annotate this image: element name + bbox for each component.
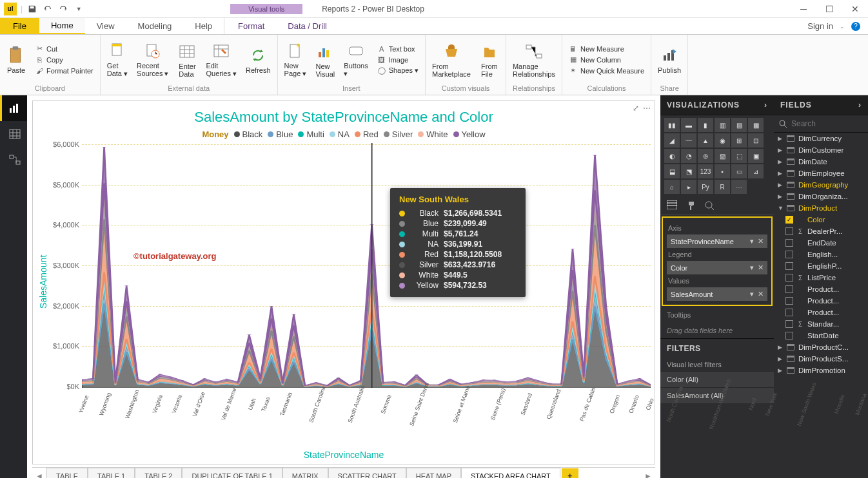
new-quick-measure-button[interactable]: ✶New Quick Measure (566, 66, 647, 76)
viz-type-icon[interactable]: ▥ (715, 118, 730, 132)
enter-data-button[interactable]: Enter Data (175, 41, 199, 79)
cut-button[interactable]: ✂Cut (32, 44, 96, 54)
table-row[interactable]: ▶DimCustomer (774, 144, 868, 156)
viz-type-icon[interactable]: ⊞ (731, 133, 747, 148)
remove-icon[interactable]: ✕ (758, 263, 764, 272)
from-file-button[interactable]: From File (477, 41, 502, 79)
save-icon[interactable] (26, 3, 38, 15)
analytics-tab-icon[interactable] (704, 200, 715, 211)
search-input[interactable] (791, 119, 868, 128)
legend-well-pill[interactable]: Color▾✕ (667, 261, 767, 274)
redo-icon[interactable] (57, 3, 69, 15)
chevron-down-icon[interactable]: ▼ (73, 3, 84, 15)
data-view-icon[interactable] (0, 121, 27, 147)
field-row[interactable]: EnglishP... (774, 260, 868, 272)
table-row[interactable]: ▶DimDate (774, 156, 868, 167)
chevron-down-icon[interactable]: ▾ (750, 237, 754, 245)
viz-type-icon[interactable]: ▦ (748, 118, 764, 132)
collapse-icon[interactable]: › (764, 100, 767, 110)
scroll-right-icon[interactable]: ► (641, 472, 655, 479)
legend-item[interactable]: Black (234, 129, 263, 139)
viz-type-icon[interactable]: ⬓ (664, 164, 680, 178)
buttons-button[interactable]: Buttons ▾ (341, 40, 370, 79)
new-column-button[interactable]: ▦New Column (566, 55, 647, 65)
recent-sources-button[interactable]: Recent Sources ▾ (134, 40, 171, 79)
collapse-icon[interactable]: › (858, 100, 862, 110)
sheet-tab[interactable]: TABLE 2 (135, 468, 182, 478)
datadrill-tab[interactable]: Data / Drill (276, 18, 339, 34)
viz-type-icon[interactable]: ▲ (698, 133, 713, 148)
field-row[interactable]: StartDate (774, 330, 868, 341)
table-row[interactable]: ▶DimEmployee (774, 167, 868, 179)
scroll-left-icon[interactable]: ◄ (32, 472, 46, 479)
sheet-tab[interactable]: HEAT MAP (406, 468, 461, 478)
viz-type-icon[interactable]: ◔ (681, 149, 696, 163)
sheet-tab[interactable]: STACKED AREA CHART (461, 468, 560, 478)
new-visual-button[interactable]: New Visual (313, 41, 337, 79)
legend-item[interactable]: Yellow (453, 129, 486, 139)
table-row[interactable]: ▼DimProduct (774, 202, 868, 214)
viz-type-icon[interactable]: ▭ (731, 164, 747, 178)
remove-icon[interactable]: ✕ (758, 237, 764, 245)
legend-item[interactable]: Silver (384, 129, 413, 139)
report-view-icon[interactable] (0, 95, 27, 121)
legend-item[interactable]: White (418, 129, 448, 139)
values-well-pill[interactable]: SalesAmount▾✕ (667, 287, 767, 301)
field-row[interactable]: EndDate (774, 237, 868, 249)
undo-icon[interactable] (42, 3, 54, 15)
viz-type-icon[interactable]: ▪ (715, 164, 730, 178)
viz-type-icon[interactable]: ⊚ (698, 149, 713, 163)
field-row[interactable]: Product... (774, 283, 868, 295)
close-icon[interactable]: ✕ (842, 4, 868, 14)
viz-type-icon[interactable]: ▤ (731, 118, 747, 132)
table-row[interactable]: ▶DimOrganiza... (774, 191, 868, 202)
field-row[interactable]: Product... (774, 307, 868, 318)
legend-item[interactable]: Multi (298, 129, 324, 139)
manage-relationships-button[interactable]: Manage Relationships (510, 41, 558, 79)
table-row[interactable]: ▶DimPromotion (774, 365, 868, 376)
viz-type-icon[interactable]: ◐ (664, 149, 680, 163)
minimize-icon[interactable]: ─ (791, 4, 816, 14)
fields-tab-icon[interactable] (667, 200, 677, 211)
new-measure-button[interactable]: 🖩New Measure (566, 44, 647, 54)
file-menu[interactable]: File (0, 18, 39, 34)
viz-type-icon[interactable]: ⋯ (731, 180, 747, 194)
sheet-tab[interactable]: SCATTER CHART (328, 468, 406, 478)
more-options-icon[interactable]: ⋯ (643, 104, 651, 113)
format-tab-icon[interactable] (686, 200, 695, 211)
field-row[interactable]: ✓Color (774, 214, 868, 225)
modeling-tab[interactable]: Modeling (126, 18, 184, 34)
filter-item[interactable]: Color (All) (660, 371, 774, 387)
remove-icon[interactable]: ✕ (758, 290, 764, 298)
field-row[interactable]: ΣListPrice (774, 272, 868, 283)
chevron-down-icon[interactable]: ▾ (750, 290, 754, 298)
field-row[interactable]: English... (774, 249, 868, 260)
model-view-icon[interactable] (0, 147, 27, 173)
viz-type-icon[interactable]: R (715, 180, 730, 194)
chevron-down-icon[interactable]: ▾ (750, 263, 754, 272)
new-page-button[interactable]: ✶New Page ▾ (282, 40, 310, 79)
viz-type-icon[interactable]: ⬚ (731, 149, 747, 163)
viz-type-icon[interactable]: 123 (698, 164, 713, 178)
sheet-tab[interactable]: TABLE 1 (88, 468, 135, 478)
field-row[interactable]: Product... (774, 295, 868, 307)
table-row[interactable]: ▶DimProductC... (774, 341, 868, 353)
image-button[interactable]: 🖼Image (375, 55, 421, 65)
field-row[interactable]: ΣDealerPr... (774, 225, 868, 237)
edit-queries-button[interactable]: Edit Queries ▾ (203, 40, 239, 79)
table-row[interactable]: ▶DimCurrency (774, 133, 868, 144)
shapes-button[interactable]: ◯Shapes ▾ (375, 66, 421, 76)
viz-type-icon[interactable]: ▬ (681, 118, 696, 132)
from-marketplace-button[interactable]: From Marketplace (429, 41, 473, 79)
viz-type-icon[interactable]: ◉ (715, 133, 730, 148)
home-tab[interactable]: Home (39, 18, 85, 34)
viz-type-icon[interactable]: ▧ (715, 149, 730, 163)
view-tab[interactable]: View (85, 18, 126, 34)
viz-type-icon[interactable]: ⊡ (748, 133, 764, 148)
get-data-button[interactable]: Get Data ▾ (104, 40, 130, 79)
format-tab[interactable]: Format (226, 18, 276, 34)
focus-mode-icon[interactable]: ⤢ (633, 104, 639, 113)
sheet-tab[interactable]: Duplicate of TABLE 1 (182, 468, 282, 478)
legend-item[interactable]: NA (330, 129, 350, 139)
publish-button[interactable]: Publish (655, 44, 684, 75)
